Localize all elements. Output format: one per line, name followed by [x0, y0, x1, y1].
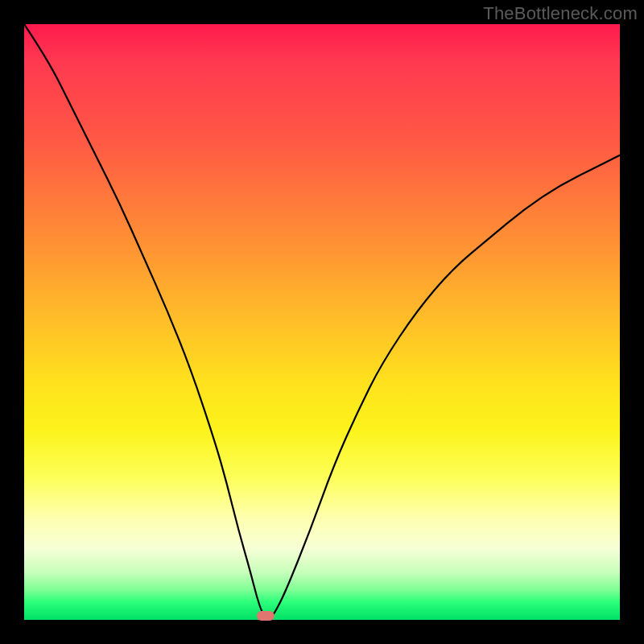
- watermark-text: TheBottleneck.com: [483, 3, 638, 24]
- chart-stage: TheBottleneck.com: [0, 0, 644, 644]
- optimal-marker: [257, 611, 275, 621]
- plot-area: [24, 24, 620, 620]
- bottleneck-curve-canvas: [24, 24, 620, 620]
